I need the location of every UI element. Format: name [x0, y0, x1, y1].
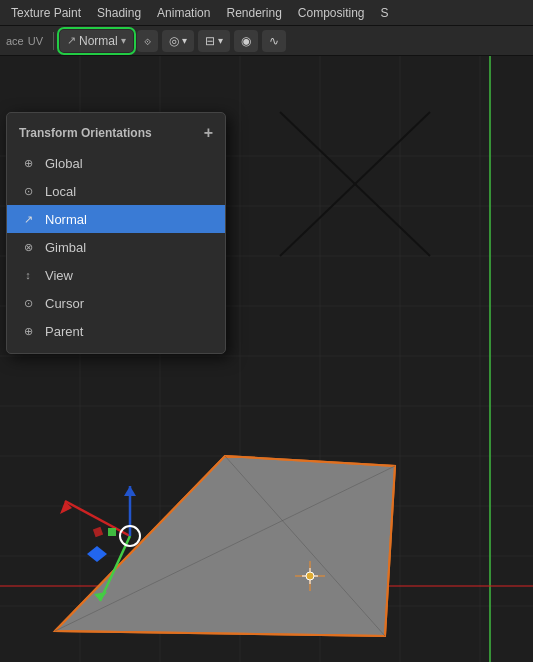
- toolbar-separator: [53, 32, 54, 50]
- normal-icon: ↗: [19, 210, 37, 228]
- curve-button[interactable]: ∿: [262, 30, 286, 52]
- toolbar-uv-label: UV: [28, 35, 43, 47]
- orientation-view[interactable]: ↕ View: [7, 261, 225, 289]
- dropdown-title: Transform Orientations +: [7, 121, 225, 149]
- proportional-icon: ◎: [169, 34, 179, 48]
- 3d-viewport[interactable]: Transform Orientations + ⊕ Global ⊙ Loca…: [0, 56, 533, 662]
- global-icon: ⊕: [19, 154, 37, 172]
- proportional-chevron: ▾: [182, 35, 187, 46]
- orientation-icon: ↗: [67, 34, 76, 47]
- orientation-global[interactable]: ⊕ Global: [7, 149, 225, 177]
- snap-element-icon: ⊟: [205, 34, 215, 48]
- dropdown-chevron-icon: ▾: [121, 35, 126, 46]
- menu-texture-paint[interactable]: Texture Paint: [4, 4, 88, 22]
- orientation-cursor[interactable]: ⊙ Cursor: [7, 289, 225, 317]
- menu-scripting[interactable]: S: [374, 4, 396, 22]
- toolbar-label: ace: [6, 35, 24, 47]
- add-orientation-button[interactable]: +: [204, 125, 213, 141]
- viewport-toolbar: ace UV ↗ Normal ▾ ⟐ ◎ ▾ ⊟ ▾ ◉ ∿: [0, 26, 533, 56]
- orientation-normal[interactable]: ↗ Normal: [7, 205, 225, 233]
- orientation-local[interactable]: ⊙ Local: [7, 177, 225, 205]
- transform-orientation-button[interactable]: ↗ Normal ▾: [60, 30, 133, 52]
- snap-icon: ⟐: [144, 34, 151, 48]
- local-icon: ⊙: [19, 182, 37, 200]
- gimbal-icon: ⊗: [19, 238, 37, 256]
- mask-button[interactable]: ◉: [234, 30, 258, 52]
- menu-rendering[interactable]: Rendering: [219, 4, 288, 22]
- menu-compositing[interactable]: Compositing: [291, 4, 372, 22]
- proportional-edit-button[interactable]: ◎ ▾: [162, 30, 194, 52]
- svg-point-36: [306, 572, 314, 580]
- svg-rect-30: [108, 528, 116, 536]
- menu-shading[interactable]: Shading: [90, 4, 148, 22]
- snap-element-button[interactable]: ⊟ ▾: [198, 30, 230, 52]
- curve-icon: ∿: [269, 34, 279, 48]
- snap-button[interactable]: ⟐: [137, 30, 158, 52]
- parent-icon: ⊕: [19, 322, 37, 340]
- view-icon: ↕: [19, 266, 37, 284]
- transform-orientations-dropdown: Transform Orientations + ⊕ Global ⊙ Loca…: [6, 112, 226, 354]
- orientation-gimbal[interactable]: ⊗ Gimbal: [7, 233, 225, 261]
- menu-animation[interactable]: Animation: [150, 4, 217, 22]
- mask-icon: ◉: [241, 34, 251, 48]
- cursor-icon: ⊙: [19, 294, 37, 312]
- orientation-parent[interactable]: ⊕ Parent: [7, 317, 225, 345]
- top-menu-bar: Texture Paint Shading Animation Renderin…: [0, 0, 533, 26]
- orientation-label: Normal: [79, 34, 118, 48]
- snap-element-chevron: ▾: [218, 35, 223, 46]
